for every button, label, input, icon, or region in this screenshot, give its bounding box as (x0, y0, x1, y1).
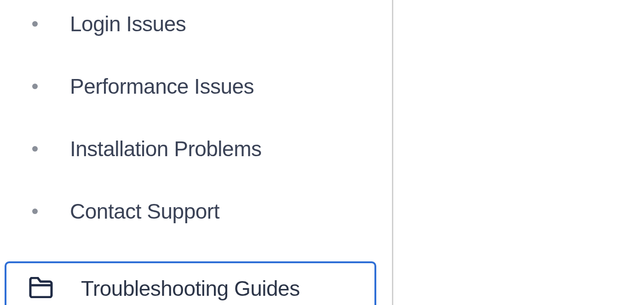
sidebar-item-login-issues[interactable]: Login Issues (32, 11, 383, 36)
folder-icon (29, 277, 53, 300)
sidebar-item-installation-problems[interactable]: Installation Problems (32, 136, 383, 161)
bullet-icon (32, 21, 38, 27)
sidebar: Login Issues Performance Issues Installa… (0, 0, 393, 305)
sidebar-item-label: Login Issues (70, 11, 186, 36)
folder-label: Troubleshooting Guides (81, 276, 300, 301)
bullet-icon (32, 146, 38, 152)
sidebar-item-label: Performance Issues (70, 74, 254, 99)
bullet-icon (32, 84, 38, 89)
sidebar-item-label: Contact Support (70, 199, 219, 224)
folder-troubleshooting-guides[interactable]: Troubleshooting Guides (5, 261, 376, 305)
sidebar-item-label: Installation Problems (70, 136, 261, 161)
sidebar-item-performance-issues[interactable]: Performance Issues (32, 74, 383, 99)
sidebar-item-contact-support[interactable]: Contact Support (32, 199, 383, 224)
bullet-icon (32, 209, 38, 214)
